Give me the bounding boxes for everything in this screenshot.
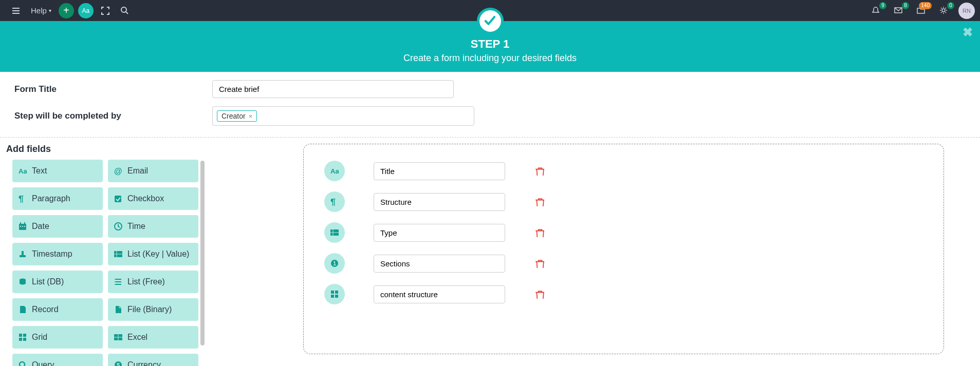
field-type-label: Excel bbox=[127, 333, 147, 342]
field-type-label: Record bbox=[32, 305, 59, 314]
step-banner: ✖ STEP 1 Create a form including your de… bbox=[0, 21, 980, 72]
field-type-label: Date bbox=[32, 222, 49, 231]
delete-field-icon[interactable] bbox=[535, 290, 544, 299]
field-type-label: Paragraph bbox=[32, 194, 70, 203]
close-icon[interactable]: ✖ bbox=[963, 25, 973, 40]
field-type-list-free-[interactable]: List (Free) bbox=[108, 271, 198, 293]
form-title-label: Form Title bbox=[14, 84, 212, 94]
field-name-input[interactable] bbox=[374, 224, 505, 242]
folder-badge: 140 bbox=[919, 2, 932, 9]
tag-remove-icon[interactable]: × bbox=[249, 112, 253, 120]
field-type-query[interactable]: Query bbox=[12, 354, 103, 366]
field-type-label: Email bbox=[127, 166, 148, 176]
field-type-label: Text bbox=[32, 166, 47, 176]
settings-icon[interactable]: 0 bbox=[937, 4, 951, 18]
notifications-badge: 9 bbox=[879, 2, 886, 9]
stamp-icon bbox=[19, 250, 32, 258]
listkv-icon bbox=[324, 222, 345, 243]
field-type-label: File (Binary) bbox=[127, 305, 172, 314]
para-icon bbox=[19, 195, 32, 203]
chevron-down-icon: ▾ bbox=[49, 8, 51, 13]
canvas-field-row bbox=[304, 217, 944, 248]
field-type-paragraph[interactable]: Paragraph bbox=[12, 187, 103, 210]
field-type-email[interactable]: Email bbox=[108, 160, 198, 182]
field-type-label: Timestamp bbox=[32, 249, 72, 259]
field-type-grid[interactable]: Grid bbox=[12, 326, 103, 349]
add-fields-heading: Add fields bbox=[6, 144, 206, 155]
field-type-label: List (Free) bbox=[127, 277, 165, 286]
field-type-checkbox[interactable]: Checkbox bbox=[108, 187, 198, 210]
field-name-input[interactable] bbox=[374, 193, 505, 211]
fullscreen-icon[interactable] bbox=[99, 4, 112, 17]
form-title-row: Form Title bbox=[0, 72, 980, 98]
tag-label: Creator bbox=[221, 112, 246, 120]
field-type-label: Checkbox bbox=[127, 194, 164, 203]
form-title-input[interactable] bbox=[212, 80, 454, 98]
field-type-excel[interactable]: Excel bbox=[108, 326, 198, 349]
completed-by-label: Step will be completed by bbox=[14, 111, 212, 121]
currency-icon bbox=[114, 361, 127, 366]
completed-by-row: Step will be completed by Creator× bbox=[0, 98, 980, 126]
field-type-label: Currency bbox=[127, 360, 161, 366]
text-icon bbox=[324, 161, 345, 181]
delete-field-icon[interactable] bbox=[535, 228, 544, 237]
field-type-list-key-value-[interactable]: List (Key | Value) bbox=[108, 243, 198, 265]
field-type-list-db-[interactable]: List (DB) bbox=[12, 271, 103, 293]
field-name-input[interactable] bbox=[374, 162, 505, 180]
help-menu[interactable]: Help▾ bbox=[31, 6, 51, 15]
para-icon bbox=[324, 191, 345, 212]
palette-scrollbar[interactable] bbox=[200, 161, 205, 345]
field-name-input[interactable] bbox=[374, 285, 505, 303]
step-complete-icon bbox=[477, 8, 504, 34]
field-type-currency[interactable]: Currency bbox=[108, 354, 198, 366]
field-name-input[interactable] bbox=[374, 255, 505, 273]
folder-icon[interactable]: 140 bbox=[914, 4, 929, 18]
text-tool-button[interactable]: Aa bbox=[78, 3, 94, 18]
field-type-label: Grid bbox=[32, 333, 47, 342]
canvas-field-row bbox=[304, 156, 944, 186]
grid-icon bbox=[324, 284, 345, 304]
field-type-label: List (DB) bbox=[32, 277, 64, 286]
field-type-label: Time bbox=[127, 222, 145, 231]
record-icon bbox=[19, 305, 32, 314]
search-icon[interactable] bbox=[118, 4, 132, 17]
mail-badge: 8 bbox=[902, 2, 909, 9]
delete-field-icon[interactable] bbox=[535, 259, 544, 268]
field-type-label: List (Key | Value) bbox=[127, 249, 189, 259]
field-type-file-binary-[interactable]: File (Binary) bbox=[108, 298, 198, 321]
field-type-label: Query bbox=[32, 360, 54, 366]
clock-icon bbox=[114, 222, 127, 230]
canvas-field-row bbox=[304, 186, 944, 217]
field-type-text[interactable]: Text bbox=[12, 160, 103, 182]
db-icon bbox=[19, 278, 32, 286]
completed-by-tag: Creator× bbox=[217, 110, 257, 122]
notifications-icon[interactable]: 9 bbox=[869, 4, 883, 18]
grid-icon bbox=[19, 333, 32, 341]
text-icon bbox=[19, 167, 32, 175]
help-label: Help bbox=[31, 6, 47, 15]
divider bbox=[0, 137, 980, 138]
num-icon bbox=[324, 253, 345, 274]
field-type-record[interactable]: Record bbox=[12, 298, 103, 321]
listfree-icon bbox=[114, 278, 127, 286]
form-canvas[interactable] bbox=[303, 144, 944, 354]
listkv-icon bbox=[114, 250, 127, 258]
cal-icon bbox=[19, 222, 32, 230]
field-type-date[interactable]: Date bbox=[12, 215, 103, 238]
query-icon bbox=[19, 361, 32, 366]
excel-icon bbox=[114, 333, 127, 341]
mail-icon[interactable]: 8 bbox=[892, 4, 906, 18]
field-type-timestamp[interactable]: Timestamp bbox=[12, 243, 103, 265]
completed-by-input[interactable]: Creator× bbox=[212, 106, 474, 126]
settings-badge: 0 bbox=[947, 2, 954, 9]
user-avatar[interactable]: RN bbox=[958, 3, 975, 19]
delete-field-icon[interactable] bbox=[535, 166, 544, 176]
delete-field-icon[interactable] bbox=[535, 197, 544, 206]
hamburger-icon[interactable] bbox=[9, 4, 23, 17]
add-button[interactable]: + bbox=[59, 3, 74, 18]
canvas-field-row bbox=[304, 248, 944, 279]
check-icon bbox=[114, 195, 127, 203]
at-icon bbox=[114, 167, 127, 175]
step-description: Create a form including your desired fie… bbox=[0, 53, 980, 64]
field-type-time[interactable]: Time bbox=[108, 215, 198, 238]
